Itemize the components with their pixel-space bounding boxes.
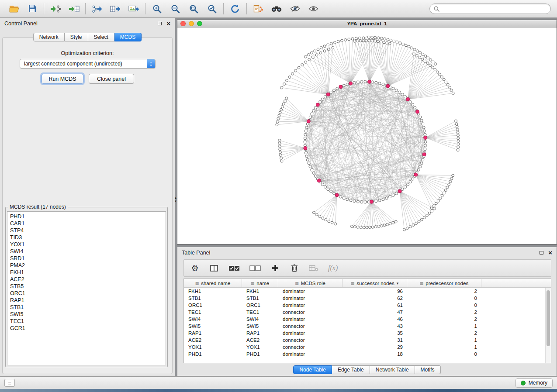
tab-select[interactable]: Select: [88, 33, 114, 41]
table-cell[interactable]: FKH1: [242, 289, 278, 294]
table-cell[interactable]: RAP1: [184, 330, 242, 336]
close-table-panel-icon[interactable]: ×: [548, 251, 552, 255]
mcds-node-item[interactable]: TID3: [10, 234, 166, 241]
table-cell[interactable]: dominator: [278, 289, 343, 294]
tab-network[interactable]: Network: [33, 33, 65, 41]
mcds-node-item[interactable]: FKH1: [10, 269, 166, 276]
zoom-in-icon[interactable]: [151, 3, 163, 15]
table-cell[interactable]: 1: [407, 344, 481, 350]
task-history-icon[interactable]: ≡: [4, 379, 15, 387]
table-cell[interactable]: 0: [407, 296, 481, 301]
table-cell[interactable]: dominator: [278, 330, 343, 336]
table-cell[interactable]: connector: [278, 309, 343, 315]
table-cell[interactable]: SWI4: [242, 316, 278, 322]
table-cell[interactable]: 1: [407, 323, 481, 329]
table-cell[interactable]: YOX1: [242, 344, 278, 350]
zoom-out-icon[interactable]: [169, 3, 181, 15]
table-cell[interactable]: TEC1: [184, 309, 242, 315]
network-window-titlebar[interactable]: YPA_prune.txt_1: [177, 20, 557, 28]
mcds-node-item[interactable]: ACE2: [10, 276, 166, 283]
table-scrollbar[interactable]: [545, 288, 551, 363]
column-header-name[interactable]: ▦name: [242, 279, 278, 287]
column-header-predecessor-nodes[interactable]: ▦predecessor nodes: [407, 279, 481, 287]
tab-motifs[interactable]: Motifs: [415, 365, 441, 374]
mcds-node-item[interactable]: SWI5: [10, 311, 166, 318]
search-box[interactable]: [429, 3, 551, 14]
mcds-node-item[interactable]: GCR1: [10, 325, 166, 332]
table-cell[interactable]: TEC1: [242, 309, 278, 315]
memory-button[interactable]: Memory: [515, 378, 553, 388]
table-options-gear-icon[interactable]: ⚙: [190, 263, 200, 273]
table-cell[interactable]: PHD1: [184, 351, 242, 357]
table-cell[interactable]: SWI5: [184, 323, 242, 329]
table-row[interactable]: YOX1YOX1connector291: [184, 344, 551, 351]
show-graphics-icon[interactable]: [307, 3, 319, 15]
table-cell[interactable]: STB1: [184, 296, 242, 301]
import-table-icon[interactable]: [68, 3, 80, 15]
save-session-icon[interactable]: [26, 3, 38, 15]
refresh-layout-icon[interactable]: [229, 3, 241, 15]
table-cell[interactable]: ACE2: [184, 337, 242, 343]
tab-style[interactable]: Style: [65, 33, 88, 41]
close-panel-button[interactable]: Close panel: [89, 74, 134, 84]
table-cell[interactable]: PHD1: [242, 351, 278, 357]
table-cell[interactable]: 35: [343, 330, 407, 336]
mcds-node-item[interactable]: STB5: [10, 283, 166, 290]
table-cell[interactable]: SWI5: [242, 323, 278, 329]
export-image-icon[interactable]: [128, 3, 140, 15]
table-cell[interactable]: connector: [278, 344, 343, 350]
scrollbar-thumb[interactable]: [547, 290, 550, 346]
table-cell[interactable]: dominator: [278, 303, 343, 308]
run-mcds-button[interactable]: Run MCDS: [42, 74, 83, 84]
mcds-node-item[interactable]: RAP1: [10, 297, 166, 304]
column-header-successor-nodes[interactable]: ▦successor nodes▾: [343, 279, 407, 287]
find-icon[interactable]: [270, 3, 283, 15]
show-columns-icon[interactable]: [209, 263, 219, 273]
export-network-icon[interactable]: [91, 3, 103, 15]
float-table-panel-icon[interactable]: [540, 251, 543, 254]
table-cell[interactable]: STB1: [242, 296, 278, 301]
table-cell[interactable]: 2: [407, 330, 481, 336]
mcds-node-item[interactable]: PHD1: [10, 213, 166, 220]
table-cell[interactable]: 2: [407, 289, 481, 294]
zoom-selected-icon[interactable]: [206, 3, 218, 15]
table-row[interactable]: ORC1ORC1dominator610: [184, 302, 551, 309]
function-builder-icon[interactable]: f(x): [328, 263, 338, 273]
table-row[interactable]: ACE2ACE2connector311: [184, 337, 551, 344]
table-cell[interactable]: ORC1: [242, 303, 278, 308]
table-cell[interactable]: ACE2: [242, 337, 278, 343]
tab-mcds[interactable]: MCDS: [114, 33, 142, 41]
toggle-graphics-details-icon[interactable]: [289, 3, 301, 15]
tab-edge-table[interactable]: Edge Table: [332, 365, 370, 374]
tab-network-table[interactable]: Network Table: [370, 365, 415, 374]
table-cell[interactable]: 43: [343, 323, 407, 329]
table-cell[interactable]: dominator: [278, 296, 343, 301]
mcds-node-item[interactable]: SWI4: [10, 248, 166, 255]
table-row[interactable]: RAP1RAP1dominator352: [184, 330, 551, 337]
zoom-fit-icon[interactable]: [187, 3, 200, 15]
table-row[interactable]: SWI4SWI4dominator462: [184, 316, 551, 323]
mcds-node-item[interactable]: STP4: [10, 227, 166, 234]
table-cell[interactable]: 46: [343, 316, 407, 322]
table-cell[interactable]: 0: [407, 303, 481, 308]
optimization-dropdown[interactable]: largest connected component (undirected)…: [20, 59, 156, 69]
duplicate-network-icon[interactable]: [252, 3, 264, 15]
table-row[interactable]: PHD1PHD1dominator180: [184, 351, 551, 358]
unselect-all-rows-icon[interactable]: [249, 263, 261, 273]
close-panel-icon[interactable]: ×: [166, 21, 170, 26]
column-header-mcds-role[interactable]: ▦MCDS role: [278, 279, 343, 287]
table-cell[interactable]: SWI4: [184, 316, 242, 322]
float-panel-icon[interactable]: [158, 22, 162, 25]
panel-divider-handle[interactable]: ▲▼: [174, 194, 177, 205]
table-cell[interactable]: 61: [343, 303, 407, 308]
table-cell[interactable]: 2: [407, 316, 481, 322]
search-input[interactable]: [442, 6, 547, 12]
table-cell[interactable]: YOX1: [184, 344, 242, 350]
table-cell[interactable]: 96: [343, 289, 407, 294]
mcds-node-item[interactable]: YOX1: [10, 241, 166, 248]
clear-table-icon[interactable]: [309, 263, 318, 273]
open-file-icon[interactable]: [8, 3, 20, 15]
table-cell[interactable]: FKH1: [184, 289, 242, 294]
mcds-node-item[interactable]: CAR1: [10, 220, 166, 227]
table-cell[interactable]: dominator: [278, 316, 343, 322]
